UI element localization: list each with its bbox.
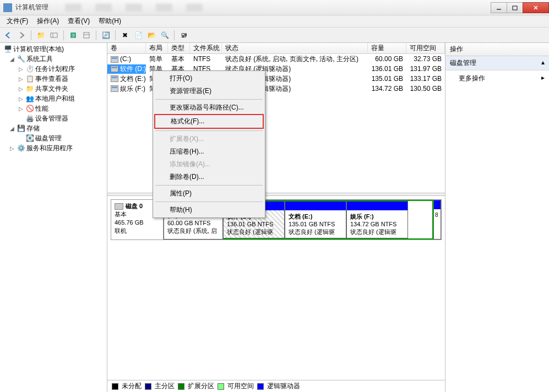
expander-icon[interactable]: ▷ <box>18 76 24 82</box>
tree-device-manager[interactable]: 🖨️设备管理器 <box>0 113 107 123</box>
ctx-shrink[interactable]: 压缩卷(H)... <box>154 145 264 158</box>
volume-icon <box>111 75 118 82</box>
legend-swatch-extended <box>178 383 184 390</box>
expander-icon[interactable]: ▷ <box>9 145 15 151</box>
storage-icon: 💾 <box>17 124 25 133</box>
actions-more-label: 更多操作 <box>459 74 485 83</box>
expander-icon[interactable]: ◢ <box>9 126 15 132</box>
tree-performance[interactable]: ▷🚫性能 <box>0 104 107 113</box>
menu-view[interactable]: 查看(V) <box>63 15 94 27</box>
disk-name: 磁盘 0 <box>126 203 143 209</box>
actions-section-label: 磁盘管理 <box>450 58 476 68</box>
services-icon: ⚙️ <box>17 144 25 153</box>
expander-icon[interactable]: ▷ <box>18 106 24 112</box>
expander-icon[interactable]: ◢ <box>9 56 15 62</box>
legend-label: 可用空间 <box>227 382 254 391</box>
actions-more[interactable]: 更多操作▸ <box>445 70 549 86</box>
window-controls <box>491 2 549 13</box>
minimize-button[interactable] <box>491 2 507 13</box>
tree-task-scheduler[interactable]: ▷⏱️任务计划程序 <box>0 64 107 74</box>
separator <box>155 185 263 186</box>
legend-label: 扩展分区 <box>188 382 214 391</box>
tree-disk-management[interactable]: 💽磁盘管理 <box>0 133 107 143</box>
blurred-area <box>65 4 203 12</box>
disk-icon: 💽 <box>25 134 34 143</box>
refresh-icon[interactable]: 🔄 <box>100 29 112 41</box>
tree-storage[interactable]: ◢💾存储 <box>0 123 107 133</box>
settings-icon[interactable] <box>80 29 93 41</box>
partition-f[interactable]: 娱乐 (F:) 134.72 GB NTFS 状态良好 (逻辑驱 <box>346 201 408 238</box>
ctx-explorer[interactable]: 资源管理器(E) <box>154 85 264 97</box>
partition-label: 娱乐 (F:) <box>350 213 374 220</box>
legend-swatch-free <box>218 383 224 390</box>
extra-icon[interactable]: 🖳 <box>178 29 190 41</box>
table-row[interactable]: (C:)简单基本NTFS状态良好 (系统, 启动, 页面文件, 活动, 主分区)… <box>107 54 445 64</box>
partition-size: 136.01 GB NTFS <box>227 221 273 227</box>
tree-shared-folders[interactable]: ▷📁共享文件夹 <box>0 84 107 94</box>
ctx-change-letter[interactable]: 更改驱动器号和路径(C)... <box>154 101 264 114</box>
partition-status: 状态良好 (系统, 启 <box>167 227 217 234</box>
svg-rect-8 <box>84 32 89 38</box>
col-type[interactable]: 类型 <box>168 43 190 53</box>
tree-panel[interactable]: 🖥️计算机管理(本地) ◢🔧系统工具 ▷⏱️任务计划程序 ▷📋事件查看器 ▷📁共… <box>0 43 107 392</box>
close-button[interactable] <box>523 2 549 13</box>
context-menu[interactable]: 打开(O) 资源管理器(E) 更改驱动器号和路径(C)... 格式化(F)...… <box>153 70 265 218</box>
main-area: 🖥️计算机管理(本地) ◢🔧系统工具 ▷⏱️任务计划程序 ▷📋事件查看器 ▷📁共… <box>0 43 549 392</box>
partition-body: 8 <box>434 209 441 221</box>
partition-size: 60.00 GB NTFS <box>167 220 210 226</box>
expander-icon[interactable]: ▷ <box>18 66 24 72</box>
back-button[interactable] <box>2 29 14 41</box>
users-icon: 👥 <box>25 94 34 103</box>
separator <box>155 130 263 131</box>
separator <box>174 30 175 40</box>
col-status[interactable]: 状态 <box>222 43 368 53</box>
col-free[interactable]: 可用空间 <box>406 43 445 53</box>
actions-section[interactable]: 磁盘管理▴ <box>445 56 549 70</box>
col-volume[interactable]: 卷 <box>107 43 146 53</box>
ctx-help[interactable]: 帮助(H) <box>154 204 264 216</box>
svg-text:?: ? <box>72 33 74 39</box>
tree-event-viewer[interactable]: ▷📋事件查看器 <box>0 74 107 84</box>
window-title: 计算机管理 <box>15 3 48 12</box>
toolbar: 📁 ? 🔄 ✖ 📄 📂 🔍 🖳 <box>0 28 549 43</box>
partition-e[interactable]: 文档 (E:) 135.01 GB NTFS 状态良好 (逻辑驱 <box>285 201 346 238</box>
menu-help[interactable]: 帮助(H) <box>94 15 126 27</box>
separator <box>115 30 116 40</box>
properties-icon[interactable]: 📄 <box>132 29 144 41</box>
legend-swatch-primary <box>145 383 151 390</box>
table-header: 卷 布局 类型 文件系统 状态 容量 可用空间 <box>107 43 445 54</box>
collapse-icon[interactable]: ▴ <box>541 58 545 68</box>
expander-icon[interactable]: ▷ <box>18 86 24 92</box>
col-layout[interactable]: 布局 <box>146 43 168 53</box>
expander-icon[interactable]: ▷ <box>18 96 24 102</box>
folder-icon[interactable]: 📁 <box>35 29 47 41</box>
disk-icon <box>115 203 123 210</box>
maximize-button[interactable] <box>507 2 523 13</box>
tree-local-users[interactable]: ▷👥本地用户和组 <box>0 94 107 104</box>
col-capacity[interactable]: 容量 <box>368 43 406 53</box>
forward-button[interactable] <box>15 29 28 41</box>
partition-tiny[interactable]: 8 <box>433 200 441 239</box>
help-icon[interactable]: ? <box>67 29 79 41</box>
menu-file[interactable]: 文件(F) <box>2 15 32 27</box>
open-icon[interactable]: 📂 <box>145 29 157 41</box>
legend-label: 主分区 <box>155 382 175 391</box>
show-hide-icon[interactable] <box>48 29 60 41</box>
ctx-format[interactable]: 格式化(F)... <box>154 114 264 129</box>
separator <box>155 202 263 202</box>
partition-size: 134.72 GB NTFS <box>350 221 396 227</box>
ctx-properties[interactable]: 属性(P) <box>154 187 264 200</box>
tree-root[interactable]: 🖥️计算机管理(本地) <box>0 44 107 54</box>
delete-icon[interactable]: ✖ <box>119 29 131 41</box>
disk-size: 465.76 GB <box>115 219 160 227</box>
partition-header <box>434 200 441 209</box>
legend-label: 未分配 <box>122 382 142 391</box>
tree-services[interactable]: ▷⚙️服务和应用程序 <box>0 143 107 153</box>
search-icon[interactable]: 🔍 <box>159 29 171 41</box>
tree-system-tools[interactable]: ◢🔧系统工具 <box>0 54 107 64</box>
col-filesystem[interactable]: 文件系统 <box>190 43 222 53</box>
menu-action[interactable]: 操作(A) <box>32 15 63 27</box>
ctx-delete[interactable]: 删除卷(D)... <box>154 171 264 183</box>
ctx-open[interactable]: 打开(O) <box>154 72 264 85</box>
partition-header <box>285 202 346 210</box>
